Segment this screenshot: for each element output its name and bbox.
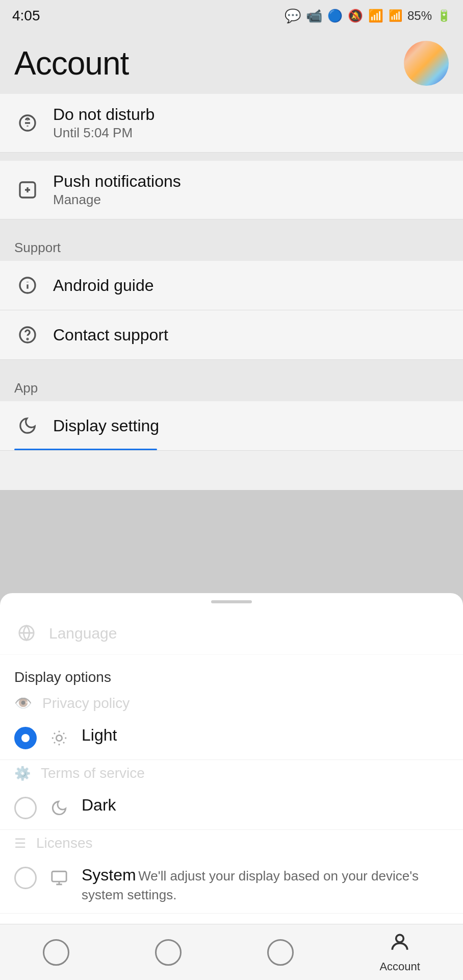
contact-support-text: Contact support (53, 326, 168, 345)
page-header: Account (0, 31, 463, 94)
support-section-label: Support (0, 228, 463, 261)
bluetooth-icon: 🔵 (327, 9, 343, 23)
display-setting-item[interactable]: Display setting (0, 401, 463, 451)
push-subtitle: Manage (53, 192, 181, 208)
signal-icon: 📶 (389, 9, 402, 22)
divider-2 (0, 219, 463, 228)
dnd-text: Do not disturb Until 5:04 PM (53, 105, 155, 141)
video-icon: 📹 (306, 8, 322, 24)
contact-support-title: Contact support (53, 326, 168, 345)
help-icon (14, 322, 41, 348)
svg-point-9 (396, 935, 404, 942)
nav-item-1[interactable] (43, 939, 69, 966)
android-guide-item[interactable]: Android guide (0, 261, 463, 310)
android-guide-text: Android guide (53, 276, 153, 295)
status-time: 4:05 (12, 8, 40, 24)
status-icons: 💬 📹 🔵 🔕 📶 📶 85% 🔋 (285, 8, 451, 24)
bottom-nav: Account (0, 924, 463, 980)
display-setting-text: Display setting (53, 416, 159, 435)
messenger-icon: 💬 (285, 8, 301, 24)
system-icon (47, 866, 71, 890)
status-bar: 4:05 💬 📹 🔵 🔕 📶 📶 85% 🔋 (0, 0, 463, 31)
account-nav-icon (389, 931, 411, 958)
dark-option[interactable]: Dark (0, 787, 463, 830)
dark-radio[interactable] (14, 797, 37, 819)
divider-1 (0, 153, 463, 161)
sun-icon (47, 726, 71, 750)
system-title: System (82, 866, 136, 884)
nav-icon-1 (43, 939, 69, 966)
battery-icon: 🔋 (437, 9, 451, 22)
contact-support-item[interactable]: Contact support (0, 310, 463, 360)
dnd-title: Do not disturb (53, 105, 155, 124)
display-setting-title: Display setting (53, 416, 159, 435)
push-text: Push notifications Manage (53, 172, 181, 208)
nav-item-2[interactable] (155, 939, 182, 966)
mute-icon: 🔕 (348, 9, 363, 23)
light-title: Light (82, 726, 117, 744)
do-not-disturb-item[interactable]: Do not disturb Until 5:04 PM (0, 94, 463, 153)
main-content: Do not disturb Until 5:04 PM Push notifi… (0, 94, 463, 451)
light-radio[interactable] (14, 727, 37, 749)
language-ghost-item: Language (0, 611, 463, 655)
system-radio[interactable] (14, 867, 37, 889)
app-section-label: App (0, 368, 463, 401)
moon-icon (14, 412, 41, 439)
dark-text: Dark (82, 796, 449, 815)
svg-point-6 (27, 339, 28, 340)
light-text: Light (82, 726, 449, 745)
system-option[interactable]: System We'll adjust your display based o… (0, 856, 463, 914)
android-guide-title: Android guide (53, 276, 153, 295)
system-text: System We'll adjust your display based o… (82, 866, 449, 904)
wifi-icon: 📶 (368, 9, 383, 23)
svg-point-7 (56, 736, 62, 741)
privacy-policy-ghost: Privacy policy (42, 695, 130, 712)
light-option[interactable]: Light (0, 717, 463, 760)
nav-icon-2 (155, 939, 182, 966)
language-icon (14, 621, 39, 645)
info-icon (14, 272, 41, 299)
push-title: Push notifications (53, 172, 181, 191)
push-notifications-item[interactable]: Push notifications Manage (0, 161, 463, 219)
terms-ghost: Terms of service (41, 765, 145, 781)
avatar[interactable] (404, 41, 449, 86)
nav-icon-3 (267, 939, 294, 966)
dnd-icon (14, 110, 41, 136)
nav-item-3[interactable] (267, 939, 294, 966)
svg-rect-8 (52, 871, 66, 881)
display-options-sheet: Language Display options 👁️ Privacy poli… (0, 593, 463, 924)
licenses-ghost: Licenses (36, 835, 93, 851)
push-icon (14, 177, 41, 203)
battery-indicator: 85% (407, 9, 432, 23)
language-label: Language (49, 621, 117, 642)
page-title: Account (14, 44, 128, 82)
display-options-label: Display options (0, 660, 463, 690)
account-nav-label: Account (379, 960, 420, 973)
moon2-icon (47, 796, 71, 820)
sheet-handle (211, 600, 252, 603)
dark-title: Dark (82, 796, 116, 814)
divider-3 (0, 360, 463, 368)
dnd-subtitle: Until 5:04 PM (53, 125, 155, 141)
nav-item-account[interactable]: Account (379, 931, 420, 973)
